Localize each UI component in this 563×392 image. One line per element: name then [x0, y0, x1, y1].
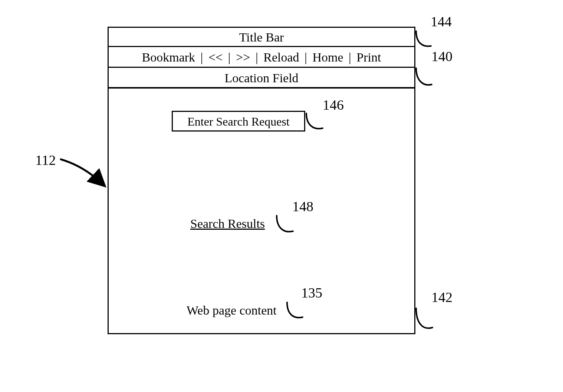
- separator: |: [304, 50, 307, 64]
- forward-button[interactable]: >>: [236, 50, 250, 64]
- content-area: Enter Search Request Search Results Web …: [109, 89, 414, 333]
- ref-135: 135: [301, 285, 322, 301]
- ref-148: 148: [292, 198, 313, 215]
- browser-window: Title Bar Bookmark | << | >> | Reload | …: [108, 27, 415, 334]
- diagram-stage: Title Bar Bookmark | << | >> | Reload | …: [0, 0, 563, 392]
- leader-112: [59, 156, 107, 189]
- separator: |: [349, 50, 351, 64]
- leader-142: [415, 307, 434, 333]
- leader-144: [415, 30, 432, 50]
- location-field[interactable]: Location Field: [109, 68, 414, 89]
- leader-140: [415, 67, 433, 89]
- separator: |: [256, 50, 258, 64]
- leader-135: [286, 301, 304, 322]
- leader-146: [305, 112, 324, 133]
- title-bar: Title Bar: [109, 28, 414, 47]
- webpage-content-label: Web page content: [187, 303, 277, 318]
- browser-toolbar: Bookmark | << | >> | Reload | Home | Pri…: [109, 47, 414, 68]
- ref-140: 140: [431, 48, 452, 64]
- ref-146: 146: [323, 97, 344, 113]
- search-results-heading: Search Results: [190, 217, 265, 231]
- ref-112: 112: [35, 152, 56, 168]
- reload-button[interactable]: Reload: [263, 50, 299, 64]
- ref-142: 142: [431, 289, 452, 305]
- home-button[interactable]: Home: [312, 50, 343, 64]
- leader-148: [275, 214, 294, 236]
- back-button[interactable]: <<: [208, 50, 223, 64]
- separator: |: [228, 50, 231, 64]
- bookmark-button[interactable]: Bookmark: [142, 50, 195, 64]
- search-input[interactable]: Enter Search Request: [172, 111, 305, 132]
- ref-144: 144: [431, 13, 452, 30]
- print-button[interactable]: Print: [356, 50, 381, 64]
- separator: |: [201, 50, 203, 64]
